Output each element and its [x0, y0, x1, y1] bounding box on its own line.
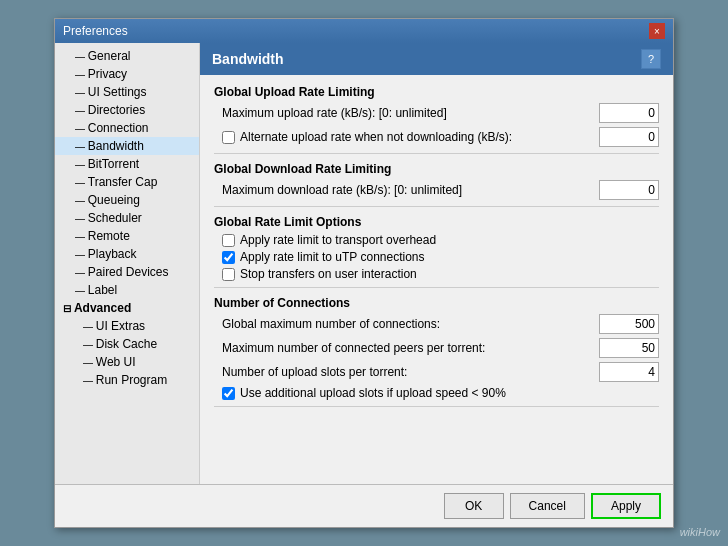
checkbox-label: Use additional upload slots if upload sp…	[240, 386, 506, 400]
field-input[interactable]	[599, 127, 659, 147]
sidebar-item-web-ui[interactable]: — Web UI	[55, 353, 199, 371]
section-heading: Number of Connections	[214, 296, 659, 310]
sidebar-item-bandwidth[interactable]: — Bandwidth	[55, 137, 199, 155]
field-row: Maximum upload rate (kB/s): [0: unlimite…	[214, 103, 659, 123]
checkbox-row: Use additional upload slots if upload sp…	[214, 386, 659, 400]
sidebar-item-privacy[interactable]: — Privacy	[55, 65, 199, 83]
field-row: Maximum download rate (kB/s): [0: unlimi…	[214, 180, 659, 200]
close-button[interactable]: ×	[649, 23, 665, 39]
field-row: Maximum number of connected peers per to…	[214, 338, 659, 358]
checkbox-input-row: Alternate upload rate when not downloadi…	[214, 127, 659, 147]
dialog-title: Preferences	[63, 24, 128, 38]
field-label: Maximum number of connected peers per to…	[222, 341, 599, 355]
field-input[interactable]	[599, 180, 659, 200]
field-label: Global maximum number of connections:	[222, 317, 599, 331]
help-button[interactable]: ?	[641, 49, 661, 69]
checkbox[interactable]	[222, 131, 235, 144]
field-label: Number of upload slots per torrent:	[222, 365, 599, 379]
sidebar-item-run-program[interactable]: — Run Program	[55, 371, 199, 389]
preferences-dialog: Preferences × — General— Privacy— UI Set…	[54, 18, 674, 528]
sidebar-item-ui-settings[interactable]: — UI Settings	[55, 83, 199, 101]
cancel-button[interactable]: Cancel	[510, 493, 585, 519]
sidebar-item-disk-cache[interactable]: — Disk Cache	[55, 335, 199, 353]
sidebar-item-queueing[interactable]: — Queueing	[55, 191, 199, 209]
section-heading: Global Download Rate Limiting	[214, 162, 659, 176]
sidebar-item-transfer-cap[interactable]: — Transfer Cap	[55, 173, 199, 191]
sidebar-item-directories[interactable]: — Directories	[55, 101, 199, 119]
checkbox-row: Stop transfers on user interaction	[214, 267, 659, 281]
field-input[interactable]	[599, 103, 659, 123]
checkbox-label: Apply rate limit to transport overhead	[240, 233, 436, 247]
divider	[214, 406, 659, 407]
sidebar-item-remote[interactable]: — Remote	[55, 227, 199, 245]
section-heading: Global Rate Limit Options	[214, 215, 659, 229]
sidebar-item-general[interactable]: — General	[55, 47, 199, 65]
dialog-body: — General— Privacy— UI Settings— Directo…	[55, 43, 673, 484]
sidebar-item-paired-devices[interactable]: — Paired Devices	[55, 263, 199, 281]
divider	[214, 153, 659, 154]
checkbox[interactable]	[222, 387, 235, 400]
sidebar-item-scheduler[interactable]: — Scheduler	[55, 209, 199, 227]
divider	[214, 206, 659, 207]
checkbox[interactable]	[222, 251, 235, 264]
divider	[214, 287, 659, 288]
checkbox-row: Apply rate limit to uTP connections	[214, 250, 659, 264]
sidebar-item-ui-extras[interactable]: — UI Extras	[55, 317, 199, 335]
sidebar-item-playback[interactable]: — Playback	[55, 245, 199, 263]
section-title: Bandwidth	[212, 51, 284, 67]
sidebar: — General— Privacy— UI Settings— Directo…	[55, 43, 200, 484]
checkbox[interactable]	[222, 234, 235, 247]
sidebar-item-bittorrent[interactable]: — BitTorrent	[55, 155, 199, 173]
field-input[interactable]	[599, 314, 659, 334]
content-area: Global Upload Rate Limiting Maximum uplo…	[200, 75, 673, 484]
checkbox-label: Stop transfers on user interaction	[240, 267, 417, 281]
sidebar-item-connection[interactable]: — Connection	[55, 119, 199, 137]
checkbox[interactable]	[222, 268, 235, 281]
dialog-footer: OK Cancel Apply	[55, 484, 673, 527]
sidebar-item-advanced[interactable]: ⊟ Advanced	[55, 299, 199, 317]
checkbox-row: Apply rate limit to transport overhead	[214, 233, 659, 247]
field-label: Alternate upload rate when not downloadi…	[240, 130, 599, 144]
section-heading: Global Upload Rate Limiting	[214, 85, 659, 99]
watermark: wikiHow	[680, 526, 720, 538]
apply-button[interactable]: Apply	[591, 493, 661, 519]
ok-button[interactable]: OK	[444, 493, 504, 519]
content-header: Bandwidth ?	[200, 43, 673, 75]
checkbox-label: Apply rate limit to uTP connections	[240, 250, 425, 264]
sidebar-item-label[interactable]: — Label	[55, 281, 199, 299]
title-bar: Preferences ×	[55, 19, 673, 43]
main-content: Bandwidth ? Global Upload Rate Limiting …	[200, 43, 673, 484]
field-row: Global maximum number of connections:	[214, 314, 659, 334]
field-row: Number of upload slots per torrent:	[214, 362, 659, 382]
field-input[interactable]	[599, 338, 659, 358]
field-label: Maximum download rate (kB/s): [0: unlimi…	[222, 183, 599, 197]
field-input[interactable]	[599, 362, 659, 382]
field-label: Maximum upload rate (kB/s): [0: unlimite…	[222, 106, 599, 120]
